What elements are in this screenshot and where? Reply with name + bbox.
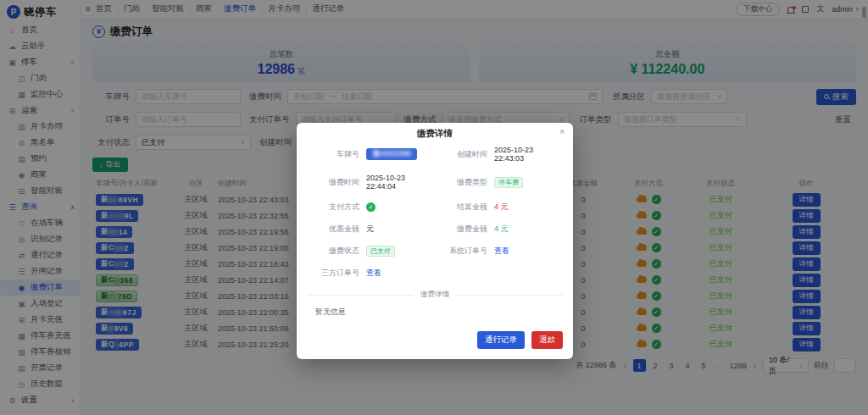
empty-info-text: 暂无信息 (315, 307, 563, 318)
modal-body: 车牌号 新AD12345 创建时间 2025-10-23 22:43:03 缴费… (297, 144, 573, 318)
field-sys-order: 系统订单号 查看 (435, 246, 563, 257)
section-title: 缴费详情 (420, 290, 449, 300)
field-fee-amount: 缴费金额 4 元 (435, 224, 563, 235)
field-pay-method: 支付方式 ✓ (307, 202, 435, 213)
modal-section-divider: 缴费详情 (307, 290, 563, 300)
field-value: 元 (366, 224, 374, 235)
field-label: 创建时间 (435, 149, 487, 160)
modal-title: 缴费详情 (417, 128, 453, 140)
field-discount-amount: 优惠金额 元 (307, 224, 435, 235)
wechat-pay-icon: ✓ (366, 202, 376, 212)
field-label: 三方订单号 (307, 268, 359, 279)
field-value: 4 元 (494, 202, 509, 213)
field-plate: 车牌号 新AD12345 (307, 146, 435, 163)
payment-detail-modal: 缴费详情 × 车牌号 新AD12345 创建时间 2025-10-23 22:4… (297, 123, 573, 359)
fee-status-tag: 已支付 (366, 246, 395, 257)
field-fee-status: 缴费状态 已支付 (307, 246, 435, 257)
refund-button[interactable]: 退款 (531, 331, 563, 349)
plate-text-blurred: 新AD12345 (373, 149, 410, 159)
field-label: 缴费时间 (307, 177, 359, 188)
field-label: 结算金额 (435, 202, 487, 213)
pass-record-button[interactable]: 通行记录 (477, 331, 525, 349)
field-third-order: 三方订单号 查看 (307, 268, 435, 279)
app-window: P 晓停车 ⌂首页☁云助手▣停车∧◫门岗▦监控中心⊞运营∧▥月卡办理⊘黑名单▤预… (0, 0, 868, 415)
field-label: 缴费类型 (435, 177, 487, 188)
field-label: 系统订单号 (435, 246, 487, 257)
field-fee-type: 缴费类型 停车费 (435, 174, 563, 191)
field-settle-amount: 结算金额 4 元 (435, 202, 563, 213)
close-icon[interactable]: × (559, 128, 565, 136)
field-label: 缴费状态 (307, 246, 359, 257)
fee-type-tag: 停车费 (494, 177, 523, 188)
field-label: 优惠金额 (307, 224, 359, 235)
field-label: 车牌号 (307, 149, 359, 160)
modal-header: 缴费详情 × (297, 123, 573, 144)
view-sys-order-link[interactable]: 查看 (494, 246, 509, 257)
modal-footer: 通行记录 退款 (297, 323, 573, 359)
field-paid-time: 缴费时间 2025-10-23 22:44:04 (307, 174, 435, 191)
field-value: 2025-10-23 22:44:04 (366, 174, 435, 191)
field-created-time: 创建时间 2025-10-23 22:43:03 (435, 146, 563, 163)
view-third-order-link[interactable]: 查看 (366, 268, 381, 279)
field-value: 2025-10-23 22:43:03 (494, 146, 563, 163)
field-label: 缴费金额 (435, 224, 487, 235)
plate-badge: 新AD12345 (366, 148, 417, 160)
field-label: 支付方式 (307, 202, 359, 213)
field-value: 4 元 (494, 224, 509, 235)
